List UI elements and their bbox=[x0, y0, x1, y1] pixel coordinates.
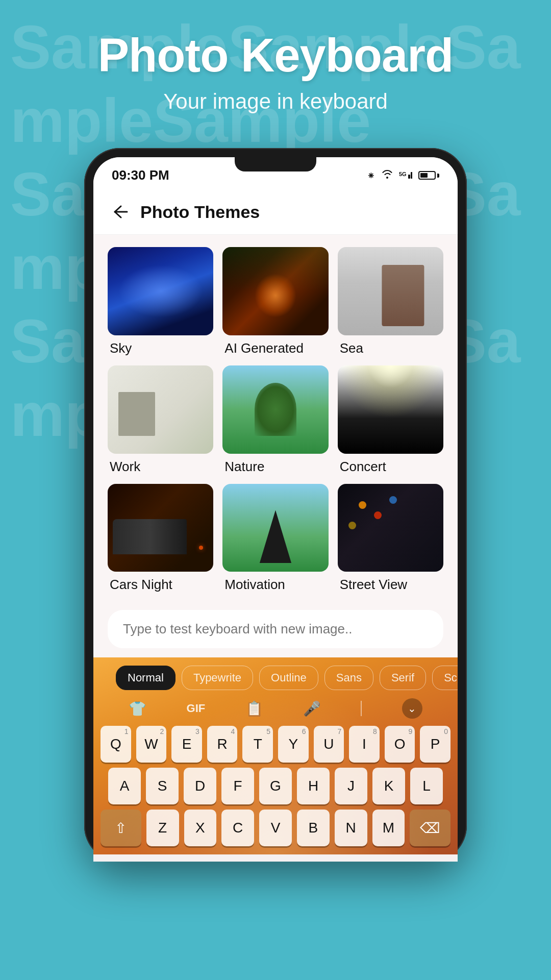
signal-icon: 5G bbox=[399, 169, 412, 181]
theme-label-ai: AI Generated bbox=[222, 340, 328, 356]
svg-rect-1 bbox=[408, 175, 410, 179]
theme-thumbnail-motivation bbox=[222, 484, 328, 572]
key-b[interactable]: B bbox=[297, 810, 330, 846]
theme-item-sky[interactable]: Sky bbox=[108, 247, 213, 356]
shirt-icon[interactable]: 👕 bbox=[129, 700, 146, 717]
key-i[interactable]: 8I bbox=[349, 726, 380, 763]
status-time: 09:30 PM bbox=[112, 167, 169, 183]
key-a[interactable]: A bbox=[108, 768, 141, 804]
theme-item-concert[interactable]: Concert bbox=[338, 365, 443, 475]
theme-thumbnail-nature bbox=[222, 365, 328, 454]
key-c[interactable]: C bbox=[221, 810, 254, 846]
theme-item-cars-night[interactable]: Cars Night bbox=[108, 484, 213, 593]
backspace-key[interactable]: ⌫ bbox=[410, 810, 450, 846]
hero-section: Photo Keyboard Your image in keyboard bbox=[0, 0, 551, 129]
gif-button[interactable]: GIF bbox=[187, 702, 206, 715]
key-e[interactable]: 3E bbox=[171, 726, 202, 763]
theme-thumbnail-ai bbox=[222, 247, 328, 335]
key-t[interactable]: 5T bbox=[242, 726, 273, 763]
theme-label-nature: Nature bbox=[222, 459, 328, 475]
theme-label-cars-night: Cars Night bbox=[108, 577, 213, 593]
keyboard-content: Normal Typewrite Outline Sans Serif Sc 👕… bbox=[93, 657, 458, 854]
key-f[interactable]: F bbox=[221, 768, 254, 804]
key-y[interactable]: 6Y bbox=[278, 726, 309, 763]
key-u[interactable]: 7U bbox=[314, 726, 344, 763]
key-g[interactable]: G bbox=[259, 768, 292, 804]
battery-icon bbox=[418, 171, 439, 180]
test-input-section bbox=[93, 605, 458, 657]
toolbar-separator bbox=[361, 701, 362, 716]
theme-item-nature[interactable]: Nature bbox=[222, 365, 328, 475]
theme-thumbnail-street-view bbox=[338, 484, 443, 572]
test-keyboard-input[interactable] bbox=[108, 610, 443, 648]
bluetooth-icon: ⁕ bbox=[367, 169, 375, 182]
key-s[interactable]: S bbox=[146, 768, 179, 804]
key-d[interactable]: D bbox=[184, 768, 216, 804]
font-style-row: Normal Typewrite Outline Sans Serif Sc bbox=[93, 657, 458, 694]
key-l[interactable]: L bbox=[410, 768, 443, 804]
key-q[interactable]: 1Q bbox=[101, 726, 131, 763]
microphone-icon[interactable]: 🎤 bbox=[303, 700, 321, 717]
phone-notch bbox=[235, 157, 316, 172]
svg-text:5G: 5G bbox=[399, 171, 407, 177]
key-row-2: A S D F G H J K L bbox=[101, 768, 450, 804]
themes-grid-section: Sky AI Generated Sea Wo bbox=[93, 235, 458, 605]
keyboard-section: Normal Typewrite Outline Sans Serif Sc 👕… bbox=[93, 657, 458, 854]
theme-label-street-view: Street View bbox=[338, 577, 443, 593]
theme-label-sea: Sea bbox=[338, 340, 443, 356]
font-style-sc[interactable]: Sc bbox=[432, 666, 458, 690]
theme-item-street-view[interactable]: Street View bbox=[338, 484, 443, 593]
theme-item-motivation[interactable]: Motivation bbox=[222, 484, 328, 593]
key-p[interactable]: 0P bbox=[420, 726, 450, 763]
theme-item-ai[interactable]: AI Generated bbox=[222, 247, 328, 356]
theme-label-concert: Concert bbox=[338, 459, 443, 475]
status-icons: ⁕ 5G bbox=[367, 169, 439, 182]
app-header: Photo Themes bbox=[93, 189, 458, 235]
key-j[interactable]: J bbox=[335, 768, 367, 804]
font-style-typewrite[interactable]: Typewrite bbox=[182, 666, 253, 690]
key-z[interactable]: Z bbox=[146, 810, 179, 846]
font-style-outline[interactable]: Outline bbox=[259, 666, 318, 690]
theme-thumbnail-concert bbox=[338, 365, 443, 454]
key-w[interactable]: 2W bbox=[136, 726, 167, 763]
theme-thumbnail-sea bbox=[338, 247, 443, 335]
theme-thumbnail-work bbox=[108, 365, 213, 454]
clipboard-icon[interactable]: 📋 bbox=[245, 700, 263, 717]
themes-grid: Sky AI Generated Sea Wo bbox=[108, 247, 443, 593]
font-style-normal[interactable]: Normal bbox=[116, 666, 176, 690]
key-k[interactable]: K bbox=[372, 768, 405, 804]
key-row-3: ⇧ Z X C V B N M ⌫ bbox=[101, 810, 450, 846]
theme-item-sea[interactable]: Sea bbox=[338, 247, 443, 356]
font-style-sans[interactable]: Sans bbox=[324, 666, 373, 690]
theme-thumbnail-cars-night bbox=[108, 484, 213, 572]
key-n[interactable]: N bbox=[335, 810, 367, 846]
key-m[interactable]: M bbox=[372, 810, 405, 846]
wifi-icon bbox=[382, 169, 393, 181]
expand-button[interactable]: ⌄ bbox=[402, 698, 422, 719]
theme-label-sky: Sky bbox=[108, 340, 213, 356]
keyboard-toolbar: 👕 GIF 📋 🎤 ⌄ bbox=[93, 694, 458, 723]
key-r[interactable]: 4R bbox=[207, 726, 238, 763]
key-x[interactable]: X bbox=[184, 810, 217, 846]
grid-layout-icon[interactable] bbox=[104, 668, 110, 688]
theme-item-work[interactable]: Work bbox=[108, 365, 213, 475]
font-style-serif[interactable]: Serif bbox=[380, 666, 426, 690]
app-title: Photo Keyboard bbox=[20, 31, 531, 80]
key-row-1: 1Q 2W 3E 4R 5T 6Y 7U 8I 9O 0P bbox=[101, 726, 450, 763]
header-title: Photo Themes bbox=[140, 202, 260, 222]
phone-frame: 09:30 PM ⁕ 5G bbox=[84, 148, 467, 862]
key-h[interactable]: H bbox=[297, 768, 330, 804]
key-o[interactable]: 9O bbox=[385, 726, 415, 763]
svg-rect-2 bbox=[411, 172, 412, 179]
theme-label-motivation: Motivation bbox=[222, 577, 328, 593]
theme-thumbnail-sky bbox=[108, 247, 213, 335]
keys-section: 1Q 2W 3E 4R 5T 6Y 7U 8I 9O 0P bbox=[93, 723, 458, 854]
key-v[interactable]: V bbox=[259, 810, 292, 846]
app-subtitle: Your image in keyboard bbox=[20, 89, 531, 114]
back-button[interactable] bbox=[109, 201, 131, 223]
theme-label-work: Work bbox=[108, 459, 213, 475]
shift-key[interactable]: ⇧ bbox=[101, 810, 141, 846]
